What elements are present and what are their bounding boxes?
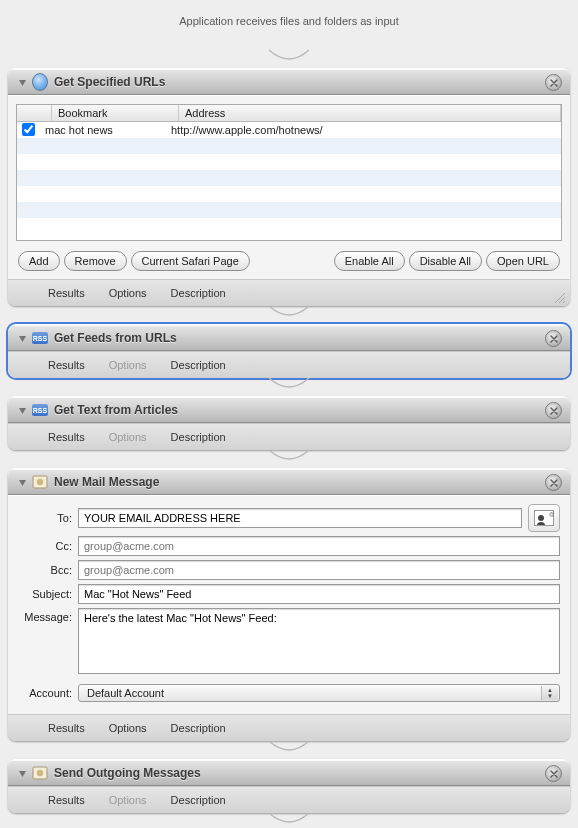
tab-description[interactable]: Description	[159, 428, 238, 446]
action-close-button[interactable]	[545, 474, 562, 491]
tab-options: Options	[97, 791, 159, 809]
disclosure-triangle-icon[interactable]	[16, 76, 28, 88]
disclosure-triangle-icon[interactable]	[16, 767, 28, 779]
action-close-button[interactable]	[545, 74, 562, 91]
disable-all-button[interactable]: Disable All	[409, 251, 482, 271]
label-message: Message:	[18, 608, 72, 623]
svg-text:@: @	[549, 511, 554, 517]
rss-icon: RSS	[32, 330, 48, 346]
subject-field[interactable]	[78, 584, 560, 604]
action-titlebar[interactable]: Get Specified URLs	[8, 69, 570, 95]
select-arrows-icon: ▲▼	[541, 686, 558, 700]
tab-options[interactable]: Options	[97, 719, 159, 737]
row-bookmark: mac hot news	[39, 124, 165, 136]
urls-table[interactable]: Bookmark Address mac hot news http://www…	[16, 104, 562, 241]
svg-point-3	[538, 515, 544, 521]
address-book-button[interactable]: @	[528, 504, 560, 532]
action-title: Get Feeds from URLs	[54, 331, 177, 345]
action-send-outgoing-messages: Send Outgoing Messages Results Options D…	[8, 759, 570, 813]
open-url-button[interactable]: Open URL	[486, 251, 560, 271]
workflow-connector	[0, 741, 578, 759]
to-field[interactable]	[78, 508, 522, 528]
tab-description[interactable]: Description	[159, 356, 238, 374]
column-address[interactable]: Address	[179, 105, 561, 121]
current-safari-page-button[interactable]: Current Safari Page	[131, 251, 250, 271]
action-close-button[interactable]	[545, 765, 562, 782]
add-button[interactable]: Add	[18, 251, 60, 271]
action-titlebar[interactable]: New Mail Message	[8, 469, 570, 495]
row-address: http://www.apple.com/hotnews/	[165, 124, 561, 136]
tab-results[interactable]: Results	[36, 428, 97, 446]
cc-field[interactable]	[78, 536, 560, 556]
action-new-mail-message: New Mail Message To: @ Cc: Bcc: Subject:…	[8, 468, 570, 741]
action-close-button[interactable]	[545, 330, 562, 347]
bcc-field[interactable]	[78, 560, 560, 580]
tab-description[interactable]: Description	[159, 284, 238, 302]
tab-description[interactable]: Description	[159, 719, 238, 737]
tab-options[interactable]: Options	[97, 284, 159, 302]
workflow-connector	[0, 306, 578, 324]
action-get-specified-urls: Get Specified URLs Bookmark Address mac …	[8, 68, 570, 306]
label-to: To:	[18, 512, 72, 524]
label-cc: Cc:	[18, 540, 72, 552]
disclosure-triangle-icon[interactable]	[16, 332, 28, 344]
action-titlebar[interactable]: Send Outgoing Messages	[8, 760, 570, 786]
mail-stamp-icon	[32, 474, 48, 490]
action-title: Send Outgoing Messages	[54, 766, 201, 780]
tab-results[interactable]: Results	[36, 356, 97, 374]
disclosure-triangle-icon[interactable]	[16, 476, 28, 488]
tab-options: Options	[97, 356, 159, 374]
account-select-value: Default Account	[87, 687, 164, 699]
safari-icon	[32, 74, 48, 90]
rss-icon: RSS	[32, 402, 48, 418]
column-bookmark[interactable]: Bookmark	[52, 105, 179, 121]
svg-point-6	[37, 770, 43, 776]
tab-description[interactable]: Description	[159, 791, 238, 809]
mail-stamp-icon	[32, 765, 48, 781]
action-close-button[interactable]	[545, 402, 562, 419]
workflow-connector	[0, 813, 578, 828]
remove-button[interactable]: Remove	[64, 251, 127, 271]
input-header: Application receives files and folders a…	[0, 15, 578, 27]
message-field[interactable]	[78, 608, 560, 674]
action-get-feeds-from-urls: RSS Get Feeds from URLs Results Options …	[8, 324, 570, 378]
svg-point-1	[37, 479, 43, 485]
action-title: Get Text from Articles	[54, 403, 178, 417]
account-select[interactable]: Default Account ▲▼	[78, 684, 560, 702]
action-get-text-from-articles: RSS Get Text from Articles Results Optio…	[8, 396, 570, 450]
disclosure-triangle-icon[interactable]	[16, 404, 28, 416]
action-titlebar[interactable]: RSS Get Text from Articles	[8, 397, 570, 423]
tab-results[interactable]: Results	[36, 284, 97, 302]
tab-options: Options	[97, 428, 159, 446]
action-titlebar[interactable]: RSS Get Feeds from URLs	[8, 325, 570, 351]
workflow-connector	[0, 450, 578, 468]
label-account: Account:	[18, 687, 72, 699]
action-title: Get Specified URLs	[54, 75, 165, 89]
tab-results[interactable]: Results	[36, 719, 97, 737]
tab-results[interactable]: Results	[36, 791, 97, 809]
column-checkbox	[17, 105, 52, 121]
action-title: New Mail Message	[54, 475, 159, 489]
table-row[interactable]: mac hot news http://www.apple.com/hotnew…	[17, 122, 561, 138]
label-subject: Subject:	[18, 588, 72, 600]
label-bcc: Bcc:	[18, 564, 72, 576]
enable-all-button[interactable]: Enable All	[334, 251, 405, 271]
workflow-connector	[0, 378, 578, 396]
workflow-connector	[0, 50, 578, 68]
row-checkbox[interactable]	[22, 123, 35, 136]
